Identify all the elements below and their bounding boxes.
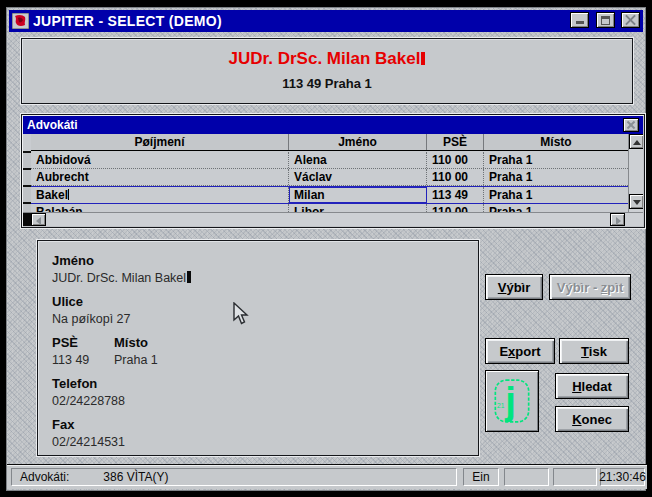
text-cursor-block (421, 52, 425, 65)
svg-text:21: 21 (497, 402, 505, 409)
window-title: JUPITER - SELECT (DEMO) (33, 13, 568, 29)
cell-prijmeni[interactable]: Abbidová (31, 152, 289, 168)
window-controls (568, 12, 640, 31)
table-row-selected[interactable]: Bakel Milan 113 49 Praha 1 (31, 186, 628, 204)
arrow-right-icon (616, 217, 621, 225)
app-logo-icon (12, 13, 29, 29)
screen: JUPITER - SELECT (DEMO) JUDr. DrSc. Mila… (0, 0, 652, 497)
misto-label: Místo (114, 335, 148, 350)
maximize-icon (601, 16, 610, 25)
table-rows: Abbidová Alena 110 00 Praha 1 Aubrecht V… (31, 152, 628, 215)
cell-jmeno[interactable]: Václav (289, 169, 427, 185)
titlebar[interactable]: JUPITER - SELECT (DEMO) (9, 10, 643, 32)
svg-text:j: j (504, 379, 516, 422)
column-header-prijmeni[interactable]: Pøíjmení (31, 134, 289, 150)
status-empty-panel-2 (553, 468, 597, 486)
cell-misto[interactable]: Praha 1 (484, 152, 628, 168)
scroll-left-button[interactable] (31, 213, 46, 226)
cell-psc[interactable]: 113 49 (427, 187, 484, 203)
status-info: 386 VÌTA(Y) (103, 470, 168, 484)
advokati-window: Advokáti Pøíjmení Jméno PSÈ Místo Abbido… (21, 114, 645, 228)
horizontal-scrollbar[interactable] (23, 212, 643, 226)
cell-misto[interactable]: Praha 1 (484, 187, 628, 203)
close-button[interactable] (621, 12, 640, 28)
cell-psc[interactable]: 110 00 (427, 152, 484, 168)
table-row[interactable]: Abbidová Alena 110 00 Praha 1 (31, 152, 628, 169)
minimize-button[interactable] (570, 12, 589, 28)
cell-prijmeni[interactable]: Aubrecht (31, 169, 289, 185)
vyber-button[interactable]: Výbìr (485, 274, 543, 300)
konec-button[interactable]: Konec (555, 406, 629, 432)
selected-address: 113 49 Praha 1 (22, 76, 632, 91)
hledat-button[interactable]: Hledat (555, 373, 629, 399)
cell-jmeno-selected[interactable]: Milan (289, 187, 427, 203)
table-header-row: Pøíjmení Jméno PSÈ Místo (31, 134, 628, 151)
advokati-titlebar[interactable]: Advokáti (23, 116, 643, 134)
arrow-left-icon (36, 217, 41, 225)
psc-label: PSÈ (52, 335, 114, 350)
minimize-icon (576, 21, 584, 24)
fax-label: Fax (52, 417, 478, 432)
status-clock: 21:30:46 (600, 468, 645, 486)
column-header-misto[interactable]: Místo (484, 134, 628, 150)
table-row[interactable]: Aubrecht Václav 110 00 Praha 1 (31, 169, 628, 186)
status-label: Advokáti: (20, 470, 69, 484)
text-caret (68, 189, 69, 200)
jupiter-j-icon: 21 j (492, 373, 532, 429)
telefon-label: Telefon (52, 376, 478, 391)
status-empty-panel-1 (504, 468, 549, 486)
jmeno-value: JUDr. DrSc. Milan Bakel (52, 271, 478, 285)
status-bar: Advokáti: 386 VÌTA(Y) Ein 21:30:46 (7, 464, 647, 489)
advokati-table: Pøíjmení Jméno PSÈ Místo Abbidová Alena … (23, 134, 643, 215)
psc-value: 113 49 (52, 353, 114, 367)
advokati-title: Advokáti (27, 118, 623, 132)
cell-jmeno[interactable]: Alena (289, 152, 427, 168)
jmeno-label: Jméno (52, 253, 478, 268)
selected-name: JUDr. DrSc. Milan Bakel (22, 49, 632, 69)
text-cursor-block (187, 271, 191, 283)
scroll-down-button[interactable] (629, 194, 643, 209)
arrow-down-icon (633, 200, 641, 205)
maximize-button[interactable] (596, 12, 615, 28)
fax-value: 02/24214531 (52, 435, 478, 449)
record-selector-gutter (23, 151, 31, 215)
arrow-up-icon (633, 140, 641, 145)
status-main-panel: Advokáti: 386 VÌTA(Y) (11, 468, 457, 486)
detail-panel: Jméno JUDr. DrSc. Milan Bakel Ulice Na p… (37, 240, 479, 456)
ulice-value: Na pøíkopì 27 (52, 312, 478, 326)
tisk-button[interactable]: Tisk (559, 338, 629, 364)
jupiter-logo-button[interactable]: 21 j (485, 370, 539, 432)
column-header-jmeno[interactable]: Jméno (289, 134, 427, 150)
ulice-label: Ulice (52, 294, 478, 309)
export-button[interactable]: Export (485, 338, 555, 364)
scroll-right-button[interactable] (610, 213, 625, 226)
status-mode-panel: Ein (463, 468, 499, 486)
selected-record-header: JUDr. DrSc. Milan Bakel 113 49 Praha 1 (21, 38, 633, 104)
telefon-value: 02/24228788 (52, 394, 478, 408)
column-header-psc[interactable]: PSÈ (427, 134, 484, 150)
scroll-up-button[interactable] (629, 134, 643, 149)
vyber-zpet-button: Výbìr - zpìt (549, 274, 631, 300)
misto-value: Praha 1 (114, 353, 158, 367)
cell-misto[interactable]: Praha 1 (484, 169, 628, 185)
app-window: JUPITER - SELECT (DEMO) JUDr. DrSc. Mila… (6, 7, 646, 491)
advokati-close-button[interactable] (623, 118, 639, 132)
scrollbar-corner-block (23, 213, 31, 226)
cell-prijmeni[interactable]: Bakel (31, 187, 289, 203)
cell-psc[interactable]: 110 00 (427, 169, 484, 185)
vertical-scrollbar[interactable] (628, 134, 643, 215)
